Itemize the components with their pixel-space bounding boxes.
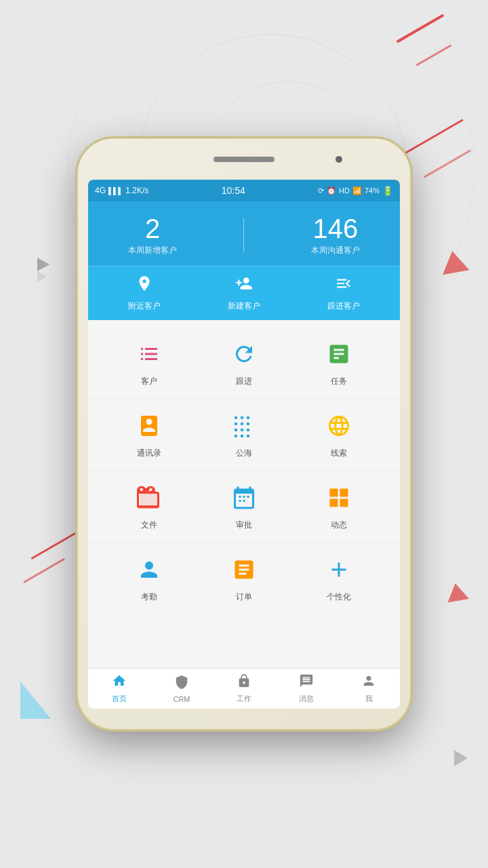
customize-label: 个性化 bbox=[327, 591, 351, 603]
icon-attendance[interactable]: 考勤 bbox=[122, 553, 176, 603]
crm-nav-label: CRM bbox=[173, 695, 190, 703]
rotation-icon: ⟳ bbox=[318, 186, 324, 195]
icon-row-4: 考勤 订单 个性化 bbox=[88, 542, 400, 614]
icon-row-3: 文件 审批 bbox=[88, 471, 400, 542]
battery-percent: 74% bbox=[365, 186, 380, 195]
icon-public-sea[interactable]: 公海 bbox=[217, 410, 271, 459]
nav-crm[interactable]: CRM bbox=[150, 675, 213, 703]
battery-icon: 🔋 bbox=[382, 186, 393, 196]
icon-follow[interactable]: 跟进 bbox=[217, 338, 271, 387]
stat-new-number: 2 bbox=[145, 214, 160, 243]
icon-dynamic[interactable]: 动态 bbox=[312, 481, 366, 531]
quick-action-follow[interactable]: 跟进客户 bbox=[327, 275, 360, 312]
svg-point-2 bbox=[247, 416, 250, 420]
signal-bars: ▌▌▌ bbox=[108, 187, 123, 195]
attendance-label: 考勤 bbox=[141, 591, 157, 603]
icon-row-1: 客户 跟进 任务 bbox=[88, 327, 400, 399]
icon-customize[interactable]: 个性化 bbox=[312, 553, 366, 603]
svg-point-11 bbox=[247, 435, 250, 438]
svg-point-9 bbox=[235, 435, 238, 438]
header-stats: 2 本周新增客户 146 本周沟通客户 bbox=[88, 201, 400, 266]
phone-camera bbox=[336, 156, 342, 163]
icon-order[interactable]: 订单 bbox=[217, 553, 271, 603]
work-nav-label: 工作 bbox=[237, 694, 251, 704]
status-time: 10:54 bbox=[222, 185, 245, 196]
icon-customer[interactable]: 客户 bbox=[122, 338, 176, 387]
follow-label: 跟进客户 bbox=[327, 300, 360, 312]
alarm-icon: ⏰ bbox=[327, 186, 336, 195]
me-nav-label: 我 bbox=[365, 694, 373, 704]
icon-clues[interactable]: 线索 bbox=[312, 410, 366, 459]
message-nav-icon bbox=[299, 673, 314, 692]
icon-files[interactable]: 文件 bbox=[122, 481, 176, 531]
home-nav-icon bbox=[112, 673, 127, 692]
nav-message[interactable]: 消息 bbox=[275, 673, 338, 704]
new-client-label: 新建客户 bbox=[228, 300, 260, 312]
quick-action-nearby[interactable]: 附近客户 bbox=[128, 275, 161, 312]
hd-label: HD bbox=[339, 186, 350, 195]
clues-icon-box bbox=[323, 410, 355, 442]
svg-point-7 bbox=[241, 429, 244, 432]
order-label: 订单 bbox=[236, 591, 252, 603]
dynamic-label: 动态 bbox=[331, 519, 347, 531]
phone-speaker bbox=[214, 157, 274, 162]
attendance-icon-box bbox=[133, 553, 165, 586]
nav-home[interactable]: 首页 bbox=[88, 673, 150, 704]
approval-label: 审批 bbox=[236, 519, 252, 531]
network-speed: 1.2K/s bbox=[125, 186, 148, 195]
status-bar: 4G ▌▌▌ 1.2K/s 10:54 ⟳ ⏰ HD 📶 74% 🔋 bbox=[88, 180, 400, 201]
wifi-icon: 📶 bbox=[352, 186, 362, 195]
approval-icon-box bbox=[228, 481, 260, 514]
status-right: ⟳ ⏰ HD 📶 74% 🔋 bbox=[318, 186, 393, 196]
files-icon-box bbox=[133, 481, 165, 514]
crm-nav-icon bbox=[174, 675, 189, 693]
customer-label: 客户 bbox=[141, 376, 157, 387]
svg-point-8 bbox=[247, 429, 250, 432]
follow-label-main: 跟进 bbox=[236, 376, 252, 387]
stat-divider bbox=[243, 218, 244, 252]
svg-point-0 bbox=[235, 416, 238, 420]
svg-point-1 bbox=[241, 416, 244, 420]
follow-icon bbox=[335, 275, 352, 296]
svg-point-5 bbox=[247, 422, 250, 426]
nearby-label: 附近客户 bbox=[128, 300, 161, 312]
task-label: 任务 bbox=[331, 376, 347, 387]
status-left: 4G ▌▌▌ 1.2K/s bbox=[95, 186, 148, 195]
message-nav-label: 消息 bbox=[299, 694, 314, 704]
task-icon-box bbox=[323, 338, 355, 370]
svg-point-3 bbox=[235, 422, 238, 426]
stat-contacted-customers: 146 本周沟通客户 bbox=[311, 214, 360, 256]
follow-icon-box bbox=[228, 338, 260, 370]
bottom-nav: 首页 CRM 工作 bbox=[88, 668, 400, 709]
svg-point-4 bbox=[241, 422, 244, 426]
nav-me[interactable]: 我 bbox=[338, 673, 400, 704]
stat-new-label: 本周新增客户 bbox=[128, 245, 177, 256]
quick-action-new-client[interactable]: 新建客户 bbox=[228, 275, 260, 312]
nav-work[interactable]: 工作 bbox=[213, 673, 275, 704]
icon-task[interactable]: 任务 bbox=[312, 338, 366, 387]
icon-approval[interactable]: 审批 bbox=[217, 481, 271, 531]
customize-icon-box bbox=[323, 553, 355, 586]
icon-row-2: 通讯录 bbox=[88, 399, 400, 471]
contacts-icon-box bbox=[133, 410, 165, 442]
stat-new-customers: 2 本周新增客户 bbox=[128, 214, 177, 256]
new-client-icon bbox=[235, 275, 253, 296]
home-nav-label: 首页 bbox=[112, 694, 127, 704]
work-nav-icon bbox=[237, 673, 251, 692]
order-icon-box bbox=[228, 553, 260, 586]
phone-screen: 4G ▌▌▌ 1.2K/s 10:54 ⟳ ⏰ HD 📶 74% 🔋 2 本周新… bbox=[88, 180, 400, 709]
quick-actions: 附近客户 新建客户 跟进客户 bbox=[88, 266, 400, 320]
contacts-label: 通讯录 bbox=[137, 448, 161, 459]
clues-label: 线索 bbox=[331, 448, 347, 459]
customer-icon-box bbox=[133, 338, 165, 370]
phone-top-bar bbox=[78, 139, 410, 180]
dynamic-icon-box bbox=[323, 481, 355, 514]
me-nav-icon bbox=[361, 673, 376, 692]
svg-point-10 bbox=[241, 435, 244, 438]
icon-contacts[interactable]: 通讯录 bbox=[122, 410, 176, 459]
nearby-icon bbox=[136, 275, 153, 296]
stat-contacted-number: 146 bbox=[312, 214, 358, 243]
svg-point-6 bbox=[235, 429, 238, 432]
main-content: 客户 跟进 任务 bbox=[88, 320, 400, 668]
network-label: 4G bbox=[95, 186, 106, 195]
